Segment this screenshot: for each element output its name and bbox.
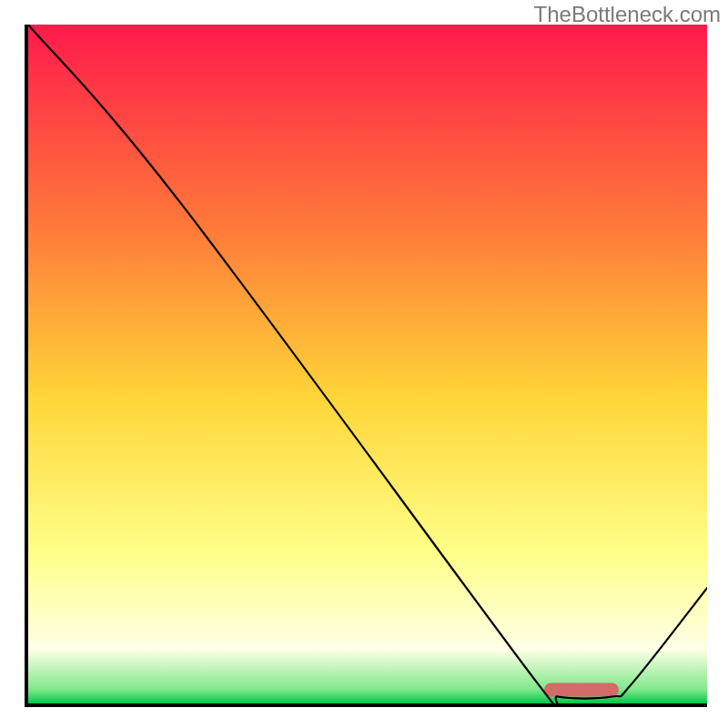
chart-frame: TheBottleneck.com (0, 0, 728, 728)
gradient-background (28, 25, 707, 703)
optimal-zone-bar (544, 683, 619, 697)
watermark-text: TheBottleneck.com (534, 2, 721, 27)
chart-canvas (28, 25, 707, 703)
